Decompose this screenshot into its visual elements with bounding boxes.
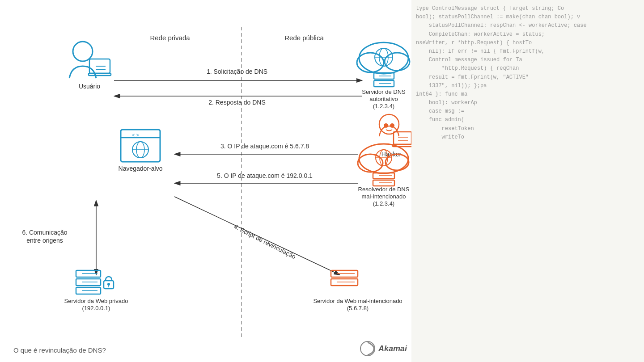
svg-rect-10 <box>89 73 111 76</box>
code-line: bool); statusPollChannel := make(chan ch… <box>416 13 640 21</box>
svg-rect-57 <box>331 279 358 286</box>
svg-point-61 <box>360 341 375 356</box>
svg-point-25 <box>390 123 394 128</box>
bottom-caption: O que é revinculação de DNS? <box>13 346 106 354</box>
svg-rect-44 <box>373 180 394 186</box>
code-line: writeTo <box>416 133 640 142</box>
dns-auth-label2: autoritativo <box>369 96 398 102</box>
dns-auth-label1: Servidor de DNS <box>362 88 406 95</box>
dns-auth-label3: (1.2.3.4) <box>373 103 394 109</box>
svg-point-39 <box>376 150 392 166</box>
code-line: int64 }: func ma <box>416 90 640 99</box>
arrow1-label: 1. Solicitação de DNS <box>207 68 267 75</box>
svg-rect-55 <box>331 270 358 277</box>
svg-point-13 <box>359 42 408 74</box>
arrow6-label: 6. Comunicação <box>22 229 67 236</box>
diagram-svg: Rede privada Rede pública 1. Solicitação… <box>0 0 411 362</box>
code-line: case msg := <box>416 107 640 116</box>
svg-line-5 <box>174 197 340 275</box>
svg-point-15 <box>385 53 410 71</box>
code-line: type ControlMessage struct { Target stri… <box>416 4 640 13</box>
arrow3-label: 3. O IP de ataque.com é 5.6.7.8 <box>220 143 309 150</box>
svg-point-36 <box>359 144 408 173</box>
svg-point-23 <box>379 114 399 134</box>
svg-rect-9 <box>89 59 110 73</box>
malicious-server-label1: Servidor da Web mal-intencionado <box>313 298 402 304</box>
arrow2-label: 2. Resposta do DNS <box>208 99 266 106</box>
svg-point-40 <box>380 150 388 166</box>
svg-point-53 <box>107 283 110 286</box>
svg-point-38 <box>386 154 409 170</box>
malicious-server-label2: (5.6.7.8) <box>347 305 369 311</box>
private-server-label1: Servidor da Web privado <box>64 298 128 304</box>
svg-point-8 <box>73 42 93 61</box>
malicious-dns-label3: (1.2.3.4) <box>373 200 394 207</box>
code-line: 1337", nil)); };pa <box>416 82 640 90</box>
browser-label: Navegador-alvo <box>119 165 163 172</box>
malicious-dns-label1: Resolvedor de DNS <box>358 186 410 193</box>
code-line: Control message issued for Ta <box>416 56 640 64</box>
code-line: nil): if err != nil { fmt.Fprintf(w, <box>416 47 640 56</box>
svg-rect-26 <box>394 132 411 144</box>
private-network-label: Rede privada <box>150 34 190 42</box>
svg-point-37 <box>358 154 383 172</box>
svg-rect-27 <box>393 144 411 147</box>
code-line: statusPollChannel: respChan <- workerAct… <box>416 21 640 30</box>
code-line: bool): workerAp <box>416 99 640 107</box>
private-server-label2: (192.0.0.1) <box>82 305 110 311</box>
svg-point-17 <box>379 48 388 66</box>
code-line: result = fmt.Fprint(w, "ACTIVE" <box>416 73 640 82</box>
svg-point-14 <box>357 53 384 72</box>
akamai-logo: Akamai <box>360 341 407 357</box>
hacker-label: Hacker <box>381 151 402 158</box>
svg-point-33 <box>132 142 148 158</box>
svg-rect-48 <box>76 279 101 286</box>
svg-rect-50 <box>76 287 101 294</box>
svg-rect-46 <box>76 270 101 277</box>
svg-rect-30 <box>121 130 160 162</box>
arrow4-label: 4. Script de revinculação <box>233 223 297 261</box>
code-line: func admin( <box>416 116 640 124</box>
akamai-logo-text: Akamai <box>378 344 407 354</box>
svg-rect-21 <box>374 80 394 87</box>
svg-point-34 <box>136 142 144 158</box>
malicious-dns-label2: mal-intencionado <box>361 193 406 200</box>
code-background: type ControlMessage struct { Target stri… <box>411 0 644 362</box>
akamai-icon <box>360 341 376 357</box>
svg-point-24 <box>384 123 388 128</box>
svg-rect-52 <box>104 281 114 289</box>
code-line: nseWriter, r *http.Request) { hostTo <box>416 39 640 47</box>
user-label: Usuário <box>79 83 100 90</box>
code-line: CompleteChan: workerActive = status; <box>416 30 640 39</box>
code-line: resetToken <box>416 125 640 133</box>
svg-rect-42 <box>373 173 394 179</box>
svg-point-16 <box>375 48 393 66</box>
arrow5-label: 5. O IP de ataque.com é 192.0.0.1 <box>217 172 313 179</box>
svg-rect-19 <box>374 73 394 79</box>
code-line: *http.Request) { reqChan <box>416 64 640 73</box>
svg-text:entre origens: entre origens <box>26 237 63 244</box>
public-network-label: Rede pública <box>284 34 324 42</box>
svg-text:< >: < > <box>132 132 139 138</box>
